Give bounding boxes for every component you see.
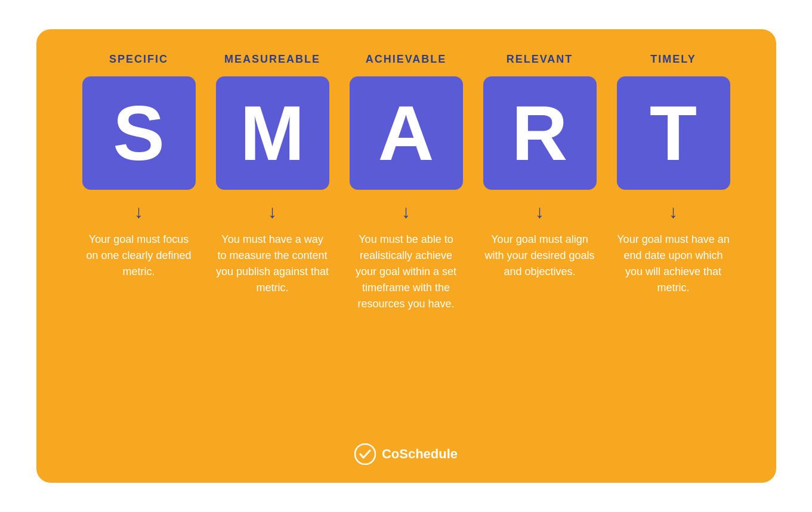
footer: CoSchedule	[354, 443, 458, 465]
letter-r: R	[512, 94, 568, 172]
letter-box-t: T	[617, 76, 730, 190]
letter-m: M	[240, 94, 304, 172]
letter-box-a: A	[350, 76, 463, 190]
heading-timely: TIMELY	[650, 53, 696, 66]
arrow-measureable: ↓	[268, 203, 277, 221]
col-timely: TIMELY T ↓ Your goal must have an end da…	[607, 53, 740, 296]
svg-point-0	[355, 444, 375, 464]
heading-relevant: RELEVANT	[507, 53, 573, 66]
heading-measureable: MEASUREABLE	[224, 53, 320, 66]
desc-achievable: You must be able to realistically achiev…	[350, 232, 463, 312]
desc-timely: Your goal must have an end date upon whi…	[617, 232, 730, 296]
desc-measureable: You must have a way to measure the conte…	[216, 232, 329, 296]
letter-s: S	[113, 94, 165, 172]
heading-specific: SPECIFIC	[109, 53, 168, 66]
coschedule-icon	[354, 443, 376, 465]
col-achievable: ACHIEVABLE A ↓ You must be able to reali…	[339, 53, 473, 312]
arrow-achievable: ↓	[402, 203, 410, 221]
letter-box-r: R	[483, 76, 597, 190]
arrow-specific: ↓	[134, 203, 143, 221]
brand-name: CoSchedule	[382, 446, 458, 462]
col-relevant: RELEVANT R ↓ Your goal must align with y…	[473, 53, 607, 280]
heading-achievable: ACHIEVABLE	[366, 53, 447, 66]
letter-box-m: M	[216, 76, 329, 190]
col-specific: SPECIFIC S ↓ Your goal must focus on one…	[72, 53, 206, 280]
smart-card: SPECIFIC S ↓ Your goal must focus on one…	[36, 29, 776, 483]
letter-t: T	[650, 94, 697, 172]
arrow-timely: ↓	[669, 203, 678, 221]
desc-specific: Your goal must focus on one clearly defi…	[82, 232, 196, 280]
smart-columns: SPECIFIC S ↓ Your goal must focus on one…	[72, 53, 740, 433]
col-measureable: MEASUREABLE M ↓ You must have a way to m…	[206, 53, 339, 296]
brand-logo: CoSchedule	[354, 443, 458, 465]
letter-a: A	[378, 94, 434, 172]
desc-relevant: Your goal must align with your desired g…	[483, 232, 597, 280]
arrow-relevant: ↓	[535, 203, 544, 221]
letter-box-s: S	[82, 76, 196, 190]
